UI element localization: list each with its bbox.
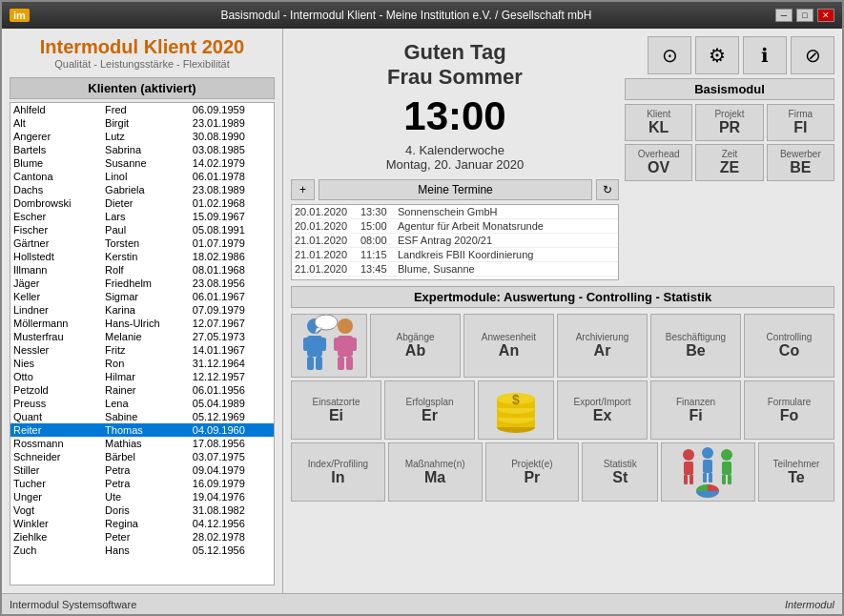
client-row[interactable]: Nessler Fritz 14.01.1967 <box>10 343 274 357</box>
expert-btn-erfolgsplan[interactable]: Erfolgsplan Er <box>384 380 475 440</box>
client-row[interactable]: Gärtner Torsten 01.07.1979 <box>10 236 274 250</box>
expert-btn-einsatzorte[interactable]: Einsatzorte Ei <box>291 380 381 440</box>
appointments-list[interactable]: 20.01.2020 13:30 Sonnenschein GmbH 20.01… <box>291 204 619 280</box>
client-row[interactable]: Cantona Linol 06.01.1978 <box>10 170 274 183</box>
client-row[interactable]: Möllermann Hans-Ulrich 12.07.1967 <box>10 317 274 330</box>
client-row[interactable]: Dombrowski Dieter 01.02.1968 <box>10 196 274 210</box>
appointment-row[interactable]: 20.01.2020 15:00 Agentur für Arbeit Mona… <box>292 219 618 234</box>
client-row[interactable]: Angerer Lutz 30.08.1990 <box>10 130 274 143</box>
client-row[interactable]: Nies Ron 31.12.1964 <box>10 357 274 370</box>
client-firstname: Ute <box>102 490 190 503</box>
add-appointment-button[interactable]: + <box>291 179 315 200</box>
client-row[interactable]: Dachs Gabriela 23.08.1989 <box>10 183 274 196</box>
basismodul-header: Basismodul <box>625 78 834 100</box>
bm-btn-be[interactable]: Bewerber BE <box>767 144 834 181</box>
client-row[interactable]: Winkler Regina 04.12.1956 <box>10 517 274 530</box>
expert-btn-index-profiling[interactable]: Index/Profiling In <box>291 442 385 502</box>
settings-icon-button[interactable]: ⚙ <box>695 36 739 74</box>
client-row[interactable]: Blume Susanne 14.02.1979 <box>10 156 274 170</box>
network-icon-button[interactable]: ⊙ <box>648 36 691 74</box>
appointment-row[interactable]: 21.01.2020 16:00 Messebau Engelke & Söhn… <box>292 277 618 280</box>
client-row[interactable]: Otto Hilmar 12.12.1957 <box>10 370 274 383</box>
client-row[interactable]: Stiller Petra 09.04.1979 <box>10 463 274 477</box>
bm-btn-ov[interactable]: Overhead OV <box>625 144 692 181</box>
bm-btn-fi[interactable]: Firma FI <box>767 104 834 141</box>
client-row[interactable]: Ziehlke Peter 28.02.1978 <box>10 530 274 544</box>
minimize-button[interactable]: ─ <box>775 9 793 22</box>
client-lastname: Schneider <box>10 450 102 463</box>
expert-btn-beschaeftigung[interactable]: Beschäftigung Be <box>650 314 741 378</box>
client-row[interactable]: Zuch Hans 05.12.1956 <box>10 544 274 557</box>
client-row[interactable]: Tucher Petra 16.09.1979 <box>10 477 274 490</box>
close-button[interactable]: ✕ <box>817 9 834 22</box>
client-row[interactable]: Alt Birgit 23.01.1989 <box>10 116 274 130</box>
client-row[interactable]: Unger Ute 19.04.1976 <box>10 490 274 503</box>
client-date: 05.04.1989 <box>190 397 274 410</box>
maximize-button[interactable]: □ <box>796 9 813 22</box>
client-row[interactable]: Reiter Thomas 04.09.1960 <box>10 423 274 437</box>
appointment-row[interactable]: 21.01.2020 11:15 Landkreis FBII Koordini… <box>292 248 618 262</box>
clients-table[interactable]: Ahlfeld Fred 06.09.1959 Alt Birgit 23.01… <box>10 102 275 585</box>
clients-list: Ahlfeld Fred 06.09.1959 Alt Birgit 23.01… <box>10 103 274 557</box>
client-firstname: Paul <box>102 223 190 236</box>
client-firstname: Friedhelm <box>102 277 190 290</box>
client-row[interactable]: Lindner Karina 07.09.1979 <box>10 303 274 317</box>
client-row[interactable]: Vogt Doris 31.08.1982 <box>10 503 274 517</box>
client-firstname: Hilmar <box>102 370 190 383</box>
expert-btn-controlling[interactable]: Controlling Co <box>744 314 834 378</box>
client-date: 16.09.1979 <box>190 477 274 490</box>
client-row[interactable]: Hollstedt Kerstin 18.02.1986 <box>10 250 274 263</box>
refresh-appointments-button[interactable]: ↻ <box>596 179 619 200</box>
client-lastname: Winkler <box>10 517 102 530</box>
chart-svg <box>677 443 739 501</box>
svg-rect-13 <box>346 357 353 370</box>
appointment-row[interactable]: 20.01.2020 13:30 Sonnenschein GmbH <box>292 205 618 219</box>
client-lastname: Nies <box>10 357 102 370</box>
block-icon-button[interactable]: ⊘ <box>791 36 834 74</box>
apt-time: 08:00 <box>360 235 394 246</box>
expert-btn-export-import[interactable]: Export/Import Ex <box>557 380 648 440</box>
appointment-bar: + Meine Termine ↻ <box>291 179 619 200</box>
app-title-sub: Qualität - Leistungsstärke - Flexibilitä… <box>10 58 275 70</box>
client-row[interactable]: Bartels Sabrina 03.08.1985 <box>10 143 274 156</box>
bm-btn-pr[interactable]: Projekt PR <box>695 104 763 141</box>
client-row[interactable]: Musterfrau Melanie 27.05.1973 <box>10 330 274 343</box>
client-row[interactable]: Fischer Paul 05.08.1991 <box>10 223 274 236</box>
client-firstname: Fritz <box>102 343 190 357</box>
client-row[interactable]: Preuss Lena 05.04.1989 <box>10 397 274 410</box>
expert-btn-finanzen[interactable]: Finanzen Fi <box>650 380 741 440</box>
client-row[interactable]: Quant Sabine 05.12.1969 <box>10 410 274 423</box>
expert-btn-projekt[interactable]: Projekt(e) Pr <box>485 442 580 502</box>
bm-btn-kl[interactable]: Klient KL <box>625 104 692 141</box>
info-icon-button[interactable]: ℹ <box>743 36 787 74</box>
client-date: 31.12.1964 <box>190 357 274 370</box>
appointment-row[interactable]: 21.01.2020 08:00 ESF Antrag 2020/21 <box>292 234 618 248</box>
client-row[interactable]: Keller Sigmar 06.01.1967 <box>10 290 274 303</box>
titlebar-title: Basismodul - Intermodul Klient - Meine I… <box>37 9 775 22</box>
expert-btn-statistik[interactable]: Statistik St <box>582 442 658 502</box>
client-lastname: Nessler <box>10 343 102 357</box>
client-row[interactable]: Escher Lars 15.09.1967 <box>10 210 274 223</box>
apt-desc: Landkreis FBII Koordinierung <box>398 249 533 260</box>
client-row[interactable]: Jäger Friedhelm 23.08.1956 <box>10 277 274 290</box>
expert-btn-abgaenge[interactable]: Abgänge Ab <box>370 314 461 378</box>
client-date: 09.04.1979 <box>190 463 274 477</box>
expert-btn-formulare[interactable]: Formulare Fo <box>744 380 834 440</box>
appointment-row[interactable]: 21.01.2020 13:45 Blume, Susanne <box>292 262 618 277</box>
client-row[interactable]: Illmann Rolf 08.01.1968 <box>10 263 274 277</box>
top-right-section: ⊙ ⚙ ℹ ⊘ Basismodul Klient KL Projekt PR … <box>625 36 834 280</box>
client-firstname: Susanne <box>102 156 190 170</box>
client-row[interactable]: Petzold Rainer 06.01.1956 <box>10 383 274 397</box>
bm-btn-ze[interactable]: Zeit ZE <box>695 144 763 181</box>
client-row[interactable]: Ahlfeld Fred 06.09.1959 <box>10 103 274 116</box>
expert-btn-teilnehmer[interactable]: Teilnehmer Te <box>758 442 834 502</box>
expert-btn-massnahmen[interactable]: Maßnahme(n) Ma <box>388 442 483 502</box>
client-firstname: Bärbel <box>102 450 190 463</box>
client-row[interactable]: Schneider Bärbel 03.07.1975 <box>10 450 274 463</box>
client-lastname: Ziehlke <box>10 530 102 544</box>
svg-rect-25 <box>690 475 693 484</box>
expert-btn-archivierung[interactable]: Archivierung Ar <box>557 314 648 378</box>
main-content: Intermodul Klient 2020 Qualität - Leistu… <box>2 29 842 593</box>
client-row[interactable]: Rossmann Mathias 17.08.1956 <box>10 437 274 450</box>
expert-btn-anwesenheit[interactable]: Anwesenheit An <box>463 314 554 378</box>
